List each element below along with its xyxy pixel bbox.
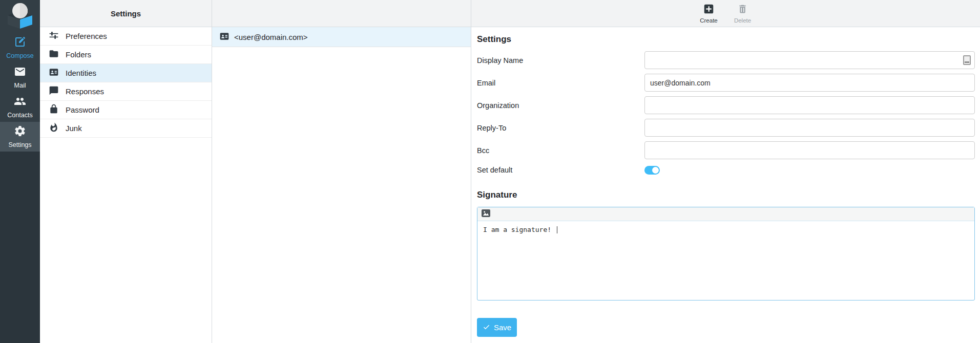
form-row-organization: Organization <box>477 96 975 114</box>
signature-text-area[interactable]: I am a signature! <box>477 221 974 300</box>
settings-gear-icon <box>14 125 26 139</box>
bcc-label: Bcc <box>477 146 644 155</box>
set-default-toggle[interactable] <box>644 166 660 175</box>
form-row-set-default: Set default <box>477 164 975 176</box>
sliders-icon <box>49 30 59 42</box>
sidebar-spacer <box>0 152 40 343</box>
save-button-label: Save <box>494 323 511 332</box>
email-label: Email <box>477 79 644 87</box>
delete-button[interactable]: Delete <box>732 4 754 24</box>
save-button[interactable]: Save <box>477 318 517 337</box>
create-button-label: Create <box>700 17 718 24</box>
app-sidebar: Compose Mail Contacts Settings <box>0 0 40 343</box>
identity-form: Settings Display Name Email Organization <box>471 27 980 343</box>
settings-nav-identities[interactable]: Identities <box>40 64 212 82</box>
sidebar-item-label: Mail <box>14 82 26 89</box>
sidebar-item-compose[interactable]: Compose <box>0 33 40 62</box>
signature-text: I am a signature! <box>483 226 555 233</box>
identities-list-panel: <user@domain.com> <box>212 0 471 343</box>
settings-nav-panel: Settings Preferences Folders Identities … <box>40 0 212 343</box>
settings-nav-label: Folders <box>66 50 91 59</box>
settings-nav-password[interactable]: Password <box>40 101 212 119</box>
app-logo[interactable] <box>0 0 40 33</box>
signature-section-title: Signature <box>477 190 975 200</box>
settings-nav-preferences[interactable]: Preferences <box>40 27 212 46</box>
folder-icon <box>49 49 59 60</box>
form-row-display-name: Display Name <box>477 51 975 69</box>
settings-nav-label: Responses <box>66 87 104 96</box>
flame-icon <box>49 122 59 134</box>
sidebar-item-settings[interactable]: Settings <box>0 122 40 152</box>
roundcube-logo-icon <box>6 2 34 31</box>
plus-square-icon <box>703 4 714 16</box>
sidebar-item-label: Compose <box>6 52 34 59</box>
display-name-label: Display Name <box>477 56 644 65</box>
identities-list-header <box>212 0 471 27</box>
create-button[interactable]: Create <box>698 4 720 24</box>
settings-nav-responses[interactable]: Responses <box>40 82 212 101</box>
image-icon[interactable] <box>482 209 490 219</box>
settings-nav-label: Identities <box>66 69 96 77</box>
bcc-field[interactable] <box>644 141 975 159</box>
id-card-icon <box>219 31 230 43</box>
organization-label: Organization <box>477 101 644 110</box>
identity-email: <user@domain.com> <box>234 33 308 41</box>
compose-icon <box>14 36 26 50</box>
form-row-email: Email <box>477 74 975 92</box>
reply-to-field[interactable] <box>644 119 975 137</box>
identity-list-item[interactable]: <user@domain.com> <box>212 27 471 47</box>
settings-nav-label: Password <box>66 105 99 114</box>
email-field[interactable] <box>644 74 975 92</box>
form-section-title: Settings <box>477 34 975 45</box>
settings-nav-label: Junk <box>66 124 82 133</box>
mail-icon <box>14 66 26 80</box>
id-card-icon <box>49 67 59 79</box>
lock-icon <box>49 104 59 116</box>
settings-nav-junk[interactable]: Junk <box>40 119 212 138</box>
sidebar-item-mail[interactable]: Mail <box>0 62 40 92</box>
contacts-icon <box>14 95 26 110</box>
settings-nav-label: Preferences <box>66 32 107 40</box>
speech-bubble-icon <box>49 85 59 97</box>
content-panel: Create Delete Settings Display Name Emai… <box>471 0 980 343</box>
contact-autofill-icon[interactable] <box>963 55 971 65</box>
trash-icon <box>737 4 748 16</box>
content-toolbar: Create Delete <box>471 0 980 27</box>
sidebar-item-label: Settings <box>8 141 31 148</box>
text-caret <box>557 226 558 233</box>
set-default-label: Set default <box>477 166 644 174</box>
form-row-bcc: Bcc <box>477 141 975 159</box>
form-row-reply-to: Reply-To <box>477 119 975 137</box>
sidebar-item-contacts[interactable]: Contacts <box>0 92 40 122</box>
settings-nav-folders[interactable]: Folders <box>40 46 212 64</box>
check-icon <box>483 323 490 332</box>
signature-editor: I am a signature! <box>477 207 975 301</box>
delete-button-label: Delete <box>734 17 751 24</box>
signature-toolbar <box>477 207 974 221</box>
settings-panel-title: Settings <box>40 0 212 27</box>
reply-to-label: Reply-To <box>477 124 644 132</box>
display-name-field[interactable] <box>644 51 975 69</box>
sidebar-item-label: Contacts <box>7 112 32 119</box>
organization-field[interactable] <box>644 96 975 114</box>
app-window: Compose Mail Contacts Settings Settings <box>0 0 980 343</box>
